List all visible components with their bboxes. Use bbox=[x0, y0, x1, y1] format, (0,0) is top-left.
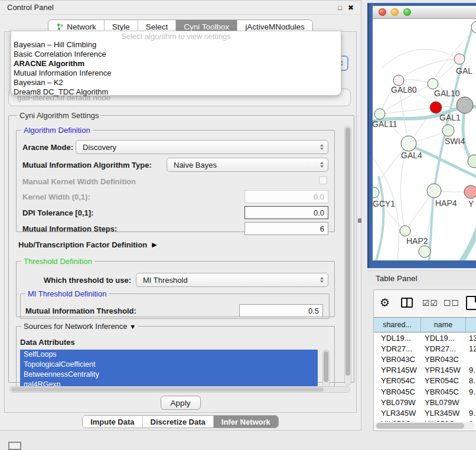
bottom-tab-strip: Impute DataDiscretize DataInfer Network bbox=[82, 415, 279, 428]
scrollbar-thumb[interactable] bbox=[11, 387, 324, 392]
data-attribute-item[interactable]: SelfLoops bbox=[20, 350, 318, 360]
network-node[interactable] bbox=[457, 97, 473, 113]
close-button[interactable] bbox=[379, 8, 386, 16]
table-cell: YDR27... bbox=[374, 344, 421, 353]
table-row[interactable]: YDR27...YDR27...12 bbox=[374, 343, 476, 354]
table-horizontal-scrollbar[interactable] bbox=[375, 422, 475, 429]
splitter-handle-icon[interactable] bbox=[358, 219, 361, 223]
network-node-hap2[interactable] bbox=[400, 226, 410, 236]
data-attribute-item[interactable]: BetweennessCentrality bbox=[20, 370, 318, 380]
tab-discretize-data[interactable]: Discretize Data bbox=[143, 416, 214, 428]
column-header[interactable] bbox=[466, 318, 476, 332]
manual-kernel-width-checkbox bbox=[319, 176, 327, 184]
network-node-gal[interactable] bbox=[454, 54, 465, 64]
table-row[interactable]: YBR043CYBR043C bbox=[374, 354, 476, 364]
which-threshold-combobox[interactable]: MI Threshold bbox=[136, 273, 328, 287]
close-panel-icon[interactable]: ✖ bbox=[348, 4, 354, 12]
table-cell: 9. bbox=[466, 419, 476, 422]
algorithm-option[interactable]: Bayesian – K2 bbox=[11, 78, 341, 87]
deselect-all-icon[interactable]: ☐☐ bbox=[444, 298, 459, 308]
table-row[interactable]: YLR345WYLR345W9. bbox=[374, 407, 476, 418]
algorithm-option[interactable]: Dream8 DC_TDC Algorithm bbox=[11, 87, 341, 97]
network-node-label: GAL10 bbox=[434, 89, 460, 98]
minimized-panel-icon[interactable] bbox=[8, 442, 21, 450]
dpi-tolerance-field[interactable]: 0.0 bbox=[244, 206, 328, 219]
table-cell: YLR345W bbox=[421, 409, 466, 418]
table-row[interactable]: YBR045CYBR045C9. bbox=[374, 386, 476, 397]
aracne-mode-combobox[interactable]: Discovery bbox=[76, 140, 328, 154]
dpi-tolerance-label: DPI Tolerance [0,1]: bbox=[22, 208, 93, 217]
network-edge-thick bbox=[460, 229, 476, 260]
minimize-button[interactable] bbox=[391, 8, 399, 16]
network-graph[interactable]: GALGAL80GAL10GAL1GAL11SWI4GAL4GCY1HAP4YH… bbox=[373, 19, 476, 260]
panel-splitter[interactable] bbox=[361, 4, 367, 434]
algorithm-option[interactable]: Mutual Information Inference bbox=[11, 69, 341, 78]
table-row[interactable]: YPR145WYPR145W9. bbox=[374, 365, 476, 376]
cyni-toolbox-content: galFiltered.sif default node Select algo… bbox=[4, 31, 357, 413]
algorithm-option[interactable]: Basic Correlation Inference bbox=[11, 50, 341, 59]
table-row[interactable]: YIL052CYIL052C9. bbox=[374, 419, 476, 422]
mi-algorithm-type-value: Naive Bayes bbox=[174, 161, 217, 169]
sources-group-title: Sources for Network Inference ▼ bbox=[21, 322, 138, 331]
table-row[interactable]: YBL079WYBL079W bbox=[374, 397, 476, 407]
expanded-caret-icon[interactable]: ▼ bbox=[129, 323, 136, 330]
column-browser-icon[interactable] bbox=[401, 298, 413, 308]
algorithm-dropdown-items: Bayesian – Hill ClimbingBasic Correlatio… bbox=[11, 40, 341, 97]
table-panel-title: Table Panel bbox=[376, 274, 418, 283]
scrollbar-thumb[interactable] bbox=[345, 128, 350, 376]
hub-transcription-factor-section[interactable]: Hub/Transcription Factor Definition ▶ bbox=[18, 240, 157, 249]
select-all-icon[interactable]: ☑☑ bbox=[422, 298, 438, 308]
network-node-gal80[interactable] bbox=[393, 75, 404, 86]
network-node-y[interactable] bbox=[464, 185, 476, 198]
table-toolbar: ⚙ ☑☑ ☐☐ bbox=[374, 290, 476, 317]
network-node-label: Y bbox=[468, 199, 474, 208]
table-cell: 9. bbox=[466, 409, 476, 418]
table-cell: YLR345W bbox=[374, 409, 421, 418]
settings-horizontal-scrollbar[interactable] bbox=[9, 386, 350, 393]
mi-threshold-label: Mutual Information Threshold: bbox=[25, 306, 136, 315]
float-window-icon[interactable]: □ bbox=[338, 4, 342, 11]
manual-kernel-width-label: Manual Kernel Width Definition bbox=[22, 177, 136, 186]
network-canvas[interactable]: GALGAL80GAL10GAL1GAL11SWI4GAL4GCY1HAP4YH… bbox=[373, 19, 476, 260]
table-row[interactable]: YER054CYER054C8. bbox=[374, 376, 476, 386]
table-cell: YDL19... bbox=[374, 334, 421, 343]
algorithm-option[interactable]: Bayesian – Hill Climbing bbox=[11, 40, 341, 50]
collapsed-caret-icon[interactable]: ▶ bbox=[152, 241, 157, 249]
scrollbar-thumb[interactable] bbox=[376, 423, 464, 429]
mi-steps-field[interactable]: 6 bbox=[244, 222, 328, 235]
scrollbar-thumb[interactable] bbox=[324, 351, 328, 382]
network-node-hap4[interactable] bbox=[427, 184, 441, 198]
gear-icon[interactable]: ⚙ bbox=[380, 296, 390, 309]
zoom-button[interactable] bbox=[403, 8, 411, 16]
column-header[interactable]: shared... bbox=[374, 318, 421, 332]
mi-threshold-field[interactable]: 0.5 bbox=[239, 304, 323, 317]
export-table-icon[interactable] bbox=[466, 296, 476, 310]
network-icon bbox=[56, 23, 64, 31]
sources-title-text: Sources for Network Inference bbox=[24, 322, 128, 331]
kernel-width-label: Kernel Width (0,1): bbox=[22, 193, 90, 201]
tab-infer-network[interactable]: Infer Network bbox=[214, 416, 278, 428]
tab-impute-data[interactable]: Impute Data bbox=[83, 416, 142, 428]
algorithm-dropdown-placeholder: Select algorithm to view settings bbox=[11, 32, 341, 40]
mi-algorithm-type-combobox[interactable]: Naive Bayes bbox=[167, 158, 328, 172]
network-node-gal4[interactable] bbox=[401, 136, 416, 151]
algorithm-option[interactable]: ARACNE Algorithm bbox=[11, 59, 341, 69]
data-attribute-item[interactable]: TopologicalCoefficient bbox=[20, 360, 318, 370]
apply-button[interactable]: Apply bbox=[161, 396, 201, 410]
mi-steps-label: Mutual Information Steps: bbox=[22, 224, 117, 233]
hub-section-label: Hub/Transcription Factor Definition bbox=[18, 240, 147, 249]
table-cell: YBR043C bbox=[374, 355, 421, 364]
settings-vertical-scrollbar[interactable] bbox=[344, 126, 351, 386]
column-header[interactable]: name bbox=[421, 318, 466, 332]
network-node-gal11[interactable] bbox=[374, 109, 385, 119]
network-node-gal10[interactable] bbox=[428, 79, 438, 89]
network-node-gcy1[interactable] bbox=[373, 187, 379, 198]
network-node-swi4[interactable] bbox=[442, 125, 454, 136]
table-row[interactable]: YDL19...YDL19...13 bbox=[374, 332, 476, 343]
network-edge bbox=[399, 59, 459, 80]
network-node-label: SWI4 bbox=[445, 136, 465, 146]
network-node-gal1[interactable] bbox=[430, 102, 442, 113]
algorithm-dropdown-list: Select algorithm to view settings Bayesi… bbox=[11, 31, 341, 96]
network-node[interactable] bbox=[419, 246, 431, 257]
table-cell: YBR045C bbox=[421, 387, 466, 396]
